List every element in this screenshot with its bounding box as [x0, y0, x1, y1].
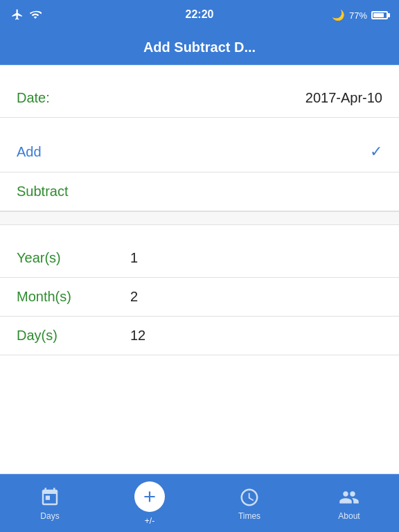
wifi-icon	[29, 8, 42, 23]
section-spacer	[0, 211, 399, 225]
status-time: 22:20	[186, 8, 214, 21]
tab-bar: Days +/- Times About	[0, 474, 399, 532]
months-row[interactable]: Month(s) 2	[0, 278, 399, 317]
years-row[interactable]: Year(s) 1	[0, 239, 399, 278]
form-section-duration: Year(s) 1 Month(s) 2 Day(s) 12	[0, 239, 399, 355]
months-label: Month(s)	[17, 289, 114, 305]
years-label: Year(s)	[17, 250, 114, 266]
airplane-icon	[11, 8, 24, 23]
subtract-label: Subtract	[17, 184, 68, 200]
tab-add-subtract[interactable]: +/-	[122, 481, 177, 526]
calendar-icon	[39, 486, 61, 508]
status-bar: 22:20 🌙 77%	[0, 0, 399, 30]
years-value: 1	[130, 250, 138, 266]
battery-percent: 77%	[349, 10, 367, 21]
form-section-operation: Add ✓ Subtract	[0, 132, 399, 211]
status-left	[11, 8, 42, 23]
tab-about[interactable]: About	[321, 486, 377, 521]
plus-minus-icon	[134, 481, 165, 512]
days-value: 12	[130, 328, 145, 344]
tab-about-label: About	[338, 511, 360, 521]
add-label: Add	[17, 144, 42, 160]
add-checkmark: ✓	[370, 143, 382, 161]
date-label: Date:	[17, 90, 114, 106]
tab-times[interactable]: Times	[222, 486, 277, 521]
tab-days-label: Days	[40, 511, 59, 521]
add-row[interactable]: Add ✓	[0, 132, 399, 172]
main-content: Date: 2017-Apr-10 Add ✓ Subtract Year(s)…	[0, 79, 399, 414]
subtract-row[interactable]: Subtract	[0, 172, 399, 211]
about-icon	[338, 486, 360, 508]
days-label: Day(s)	[17, 328, 114, 344]
nav-bar: Add Subtract D...	[0, 30, 399, 65]
status-right: 🌙 77%	[332, 9, 388, 21]
moon-icon: 🌙	[332, 9, 345, 21]
nav-title: Add Subtract D...	[143, 39, 256, 55]
tab-days[interactable]: Days	[22, 486, 78, 521]
date-row[interactable]: Date: 2017-Apr-10	[0, 79, 399, 118]
days-row[interactable]: Day(s) 12	[0, 317, 399, 355]
date-value: 2017-Apr-10	[305, 90, 382, 106]
battery-icon	[371, 11, 388, 19]
tab-add-subtract-label: +/-	[145, 516, 154, 526]
form-section-date: Date: 2017-Apr-10	[0, 79, 399, 118]
clock-icon	[238, 486, 260, 508]
tab-times-label: Times	[238, 511, 260, 521]
months-value: 2	[130, 289, 138, 305]
